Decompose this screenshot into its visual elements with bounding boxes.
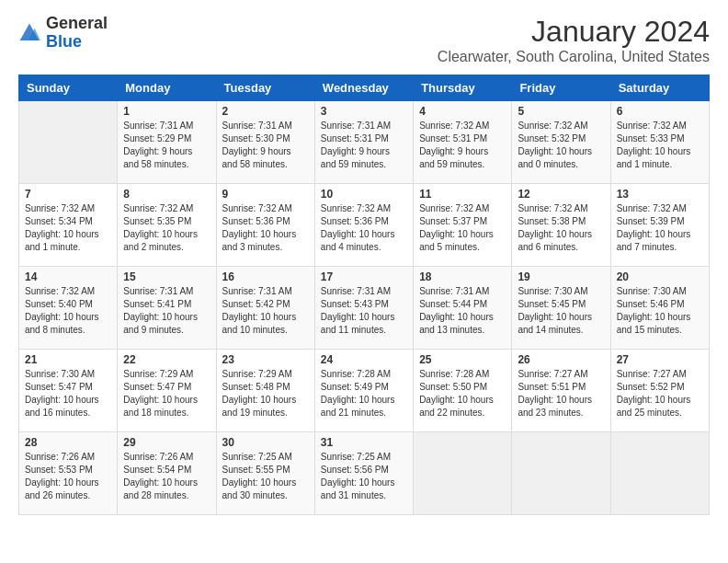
logo-blue-text: Blue	[46, 33, 108, 52]
logo: General Blue	[18, 15, 108, 52]
calendar-day-cell: 9Sunrise: 7:32 AMSunset: 5:36 PMDaylight…	[216, 184, 314, 267]
day-info: Sunrise: 7:32 AMSunset: 5:31 PMDaylight:…	[419, 120, 506, 171]
day-info: Sunrise: 7:32 AMSunset: 5:33 PMDaylight:…	[617, 120, 703, 171]
calendar-day-cell: 8Sunrise: 7:32 AMSunset: 5:35 PMDaylight…	[118, 184, 216, 267]
day-info: Sunrise: 7:25 AMSunset: 5:55 PMDaylight:…	[222, 451, 309, 502]
day-number: 27	[617, 353, 703, 366]
calendar-day-cell: 15Sunrise: 7:31 AMSunset: 5:41 PMDayligh…	[118, 267, 216, 350]
calendar-day-cell: 13Sunrise: 7:32 AMSunset: 5:39 PMDayligh…	[610, 184, 709, 267]
day-number: 22	[123, 353, 210, 366]
day-number: 21	[25, 353, 111, 366]
month-title: January 2024	[438, 15, 710, 49]
calendar-day-cell	[19, 101, 118, 184]
calendar-day-cell: 16Sunrise: 7:31 AMSunset: 5:42 PMDayligh…	[216, 267, 314, 350]
day-number: 14	[25, 270, 111, 283]
day-info: Sunrise: 7:27 AMSunset: 5:52 PMDaylight:…	[617, 368, 703, 419]
calendar-week-row: 7Sunrise: 7:32 AMSunset: 5:34 PMDaylight…	[19, 184, 710, 267]
weekday-header: Thursday	[414, 75, 512, 101]
day-number: 28	[25, 436, 111, 449]
day-number: 20	[617, 270, 703, 283]
calendar-week-row: 1Sunrise: 7:31 AMSunset: 5:29 PMDaylight…	[19, 101, 710, 184]
calendar-day-cell: 18Sunrise: 7:31 AMSunset: 5:44 PMDayligh…	[414, 267, 512, 350]
day-info: Sunrise: 7:32 AMSunset: 5:40 PMDaylight:…	[25, 285, 111, 337]
location-title: Clearwater, South Carolina, United State…	[438, 49, 710, 65]
weekday-header: Tuesday	[216, 75, 314, 101]
calendar-table: SundayMondayTuesdayWednesdayThursdayFrid…	[18, 75, 710, 515]
calendar-day-cell: 25Sunrise: 7:28 AMSunset: 5:50 PMDayligh…	[414, 350, 512, 432]
day-info: Sunrise: 7:32 AMSunset: 5:34 PMDaylight:…	[25, 202, 111, 254]
day-info: Sunrise: 7:29 AMSunset: 5:47 PMDaylight:…	[123, 368, 210, 419]
day-number: 8	[123, 188, 210, 201]
day-info: Sunrise: 7:25 AMSunset: 5:56 PMDaylight:…	[321, 451, 407, 502]
calendar-day-cell: 31Sunrise: 7:25 AMSunset: 5:56 PMDayligh…	[314, 432, 413, 515]
day-info: Sunrise: 7:31 AMSunset: 5:43 PMDaylight:…	[321, 285, 407, 337]
calendar-day-cell: 20Sunrise: 7:30 AMSunset: 5:46 PMDayligh…	[610, 267, 709, 350]
title-block: January 2024 Clearwater, South Carolina,…	[438, 15, 710, 65]
day-info: Sunrise: 7:31 AMSunset: 5:42 PMDaylight:…	[222, 285, 309, 337]
day-info: Sunrise: 7:32 AMSunset: 5:36 PMDaylight:…	[321, 202, 407, 254]
day-number: 30	[222, 436, 309, 449]
day-info: Sunrise: 7:32 AMSunset: 5:37 PMDaylight:…	[419, 202, 506, 254]
day-info: Sunrise: 7:30 AMSunset: 5:47 PMDaylight:…	[25, 368, 111, 419]
day-number: 25	[419, 353, 506, 366]
logo-text: General Blue	[46, 15, 108, 52]
calendar-week-row: 21Sunrise: 7:30 AMSunset: 5:47 PMDayligh…	[19, 350, 710, 432]
day-number: 2	[222, 105, 309, 118]
calendar-day-cell: 26Sunrise: 7:27 AMSunset: 5:51 PMDayligh…	[512, 350, 610, 432]
calendar-header: SundayMondayTuesdayWednesdayThursdayFrid…	[19, 75, 710, 101]
weekday-header: Saturday	[610, 75, 709, 101]
calendar-day-cell: 29Sunrise: 7:26 AMSunset: 5:54 PMDayligh…	[118, 432, 216, 515]
day-info: Sunrise: 7:28 AMSunset: 5:49 PMDaylight:…	[321, 368, 407, 419]
day-info: Sunrise: 7:30 AMSunset: 5:45 PMDaylight:…	[518, 285, 604, 337]
day-number: 17	[321, 270, 407, 283]
day-info: Sunrise: 7:26 AMSunset: 5:54 PMDaylight:…	[123, 451, 210, 502]
calendar-body: 1Sunrise: 7:31 AMSunset: 5:29 PMDaylight…	[19, 101, 710, 515]
day-info: Sunrise: 7:32 AMSunset: 5:38 PMDaylight:…	[518, 202, 604, 254]
calendar-day-cell: 7Sunrise: 7:32 AMSunset: 5:34 PMDaylight…	[19, 184, 118, 267]
logo-icon	[18, 22, 40, 44]
day-number: 6	[617, 105, 703, 118]
day-number: 11	[419, 188, 506, 201]
weekday-header: Wednesday	[314, 75, 413, 101]
calendar-day-cell	[414, 432, 512, 515]
calendar-day-cell: 6Sunrise: 7:32 AMSunset: 5:33 PMDaylight…	[610, 101, 709, 184]
day-number: 4	[419, 105, 506, 118]
day-info: Sunrise: 7:31 AMSunset: 5:31 PMDaylight:…	[321, 120, 407, 171]
logo-general-text: General	[46, 15, 108, 33]
day-number: 26	[518, 353, 604, 366]
header-row: SundayMondayTuesdayWednesdayThursdayFrid…	[19, 75, 710, 101]
weekday-header: Monday	[118, 75, 216, 101]
day-info: Sunrise: 7:32 AMSunset: 5:36 PMDaylight:…	[222, 202, 309, 254]
day-info: Sunrise: 7:27 AMSunset: 5:51 PMDaylight:…	[518, 368, 604, 419]
calendar-day-cell: 27Sunrise: 7:27 AMSunset: 5:52 PMDayligh…	[610, 350, 709, 432]
day-number: 23	[222, 353, 309, 366]
day-number: 15	[123, 270, 210, 283]
calendar-day-cell: 19Sunrise: 7:30 AMSunset: 5:45 PMDayligh…	[512, 267, 610, 350]
calendar-day-cell: 5Sunrise: 7:32 AMSunset: 5:32 PMDaylight…	[512, 101, 610, 184]
day-info: Sunrise: 7:29 AMSunset: 5:48 PMDaylight:…	[222, 368, 309, 419]
day-number: 12	[518, 188, 604, 201]
day-number: 1	[123, 105, 210, 118]
day-info: Sunrise: 7:32 AMSunset: 5:39 PMDaylight:…	[617, 202, 703, 254]
calendar-day-cell: 14Sunrise: 7:32 AMSunset: 5:40 PMDayligh…	[19, 267, 118, 350]
calendar-week-row: 14Sunrise: 7:32 AMSunset: 5:40 PMDayligh…	[19, 267, 710, 350]
day-number: 3	[321, 105, 407, 118]
day-info: Sunrise: 7:28 AMSunset: 5:50 PMDaylight:…	[419, 368, 506, 419]
calendar-day-cell: 12Sunrise: 7:32 AMSunset: 5:38 PMDayligh…	[512, 184, 610, 267]
day-number: 18	[419, 270, 506, 283]
day-number: 31	[321, 436, 407, 449]
calendar-day-cell: 28Sunrise: 7:26 AMSunset: 5:53 PMDayligh…	[19, 432, 118, 515]
day-number: 29	[123, 436, 210, 449]
calendar-day-cell: 3Sunrise: 7:31 AMSunset: 5:31 PMDaylight…	[314, 101, 413, 184]
page-header: General Blue January 2024 Clearwater, So…	[18, 15, 710, 65]
weekday-header: Sunday	[19, 75, 118, 101]
day-info: Sunrise: 7:31 AMSunset: 5:29 PMDaylight:…	[123, 120, 210, 171]
calendar-day-cell	[512, 432, 610, 515]
calendar-day-cell: 21Sunrise: 7:30 AMSunset: 5:47 PMDayligh…	[19, 350, 118, 432]
calendar-day-cell: 1Sunrise: 7:31 AMSunset: 5:29 PMDaylight…	[118, 101, 216, 184]
calendar-day-cell: 2Sunrise: 7:31 AMSunset: 5:30 PMDaylight…	[216, 101, 314, 184]
calendar-day-cell: 10Sunrise: 7:32 AMSunset: 5:36 PMDayligh…	[314, 184, 413, 267]
day-info: Sunrise: 7:32 AMSunset: 5:32 PMDaylight:…	[518, 120, 604, 171]
day-number: 10	[321, 188, 407, 201]
day-info: Sunrise: 7:26 AMSunset: 5:53 PMDaylight:…	[25, 451, 111, 502]
